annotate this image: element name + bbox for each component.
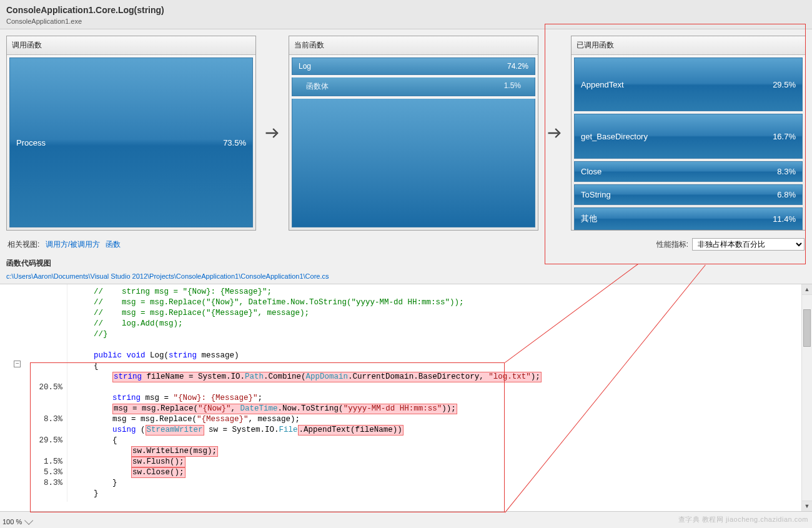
caller-process[interactable]: Process 73.5% [9, 57, 253, 227]
current-body-row[interactable]: 函数体 1.5% [292, 77, 535, 96]
current-log-pct: 74.2% [507, 62, 528, 71]
current-body-name: 函数体 [306, 81, 329, 92]
source-file-path[interactable]: c:\Users\Aaron\Documents\Visual Studio 2… [0, 271, 812, 284]
called-pct: 8.3% [777, 167, 796, 176]
perf-metric-select[interactable]: 非独占样本数百分比 [692, 238, 805, 251]
line-pct-l16: 1.5% [35, 457, 62, 467]
related-views-label: 相关视图: [7, 240, 39, 249]
called-pct: 11.4% [773, 214, 796, 224]
watermark: 查字典 教程网 jiaocheng.chazidian.com [678, 515, 808, 524]
view-bar: 相关视图: 调用方/被调用方 函数 性能指标: 非独占样本数百分比 [0, 236, 812, 256]
line-pct-l12: 8.3% [35, 414, 62, 425]
called-name: get_BaseDirectory [581, 132, 648, 141]
current-function-panel: 当前函数 Log 74.2% 函数体 1.5% [289, 36, 538, 231]
function-signature-title: ConsoleApplication1.Core.Log(string) [6, 5, 806, 15]
called-其他[interactable]: 其他11.4% [574, 207, 803, 230]
called-name: ToString [581, 190, 611, 199]
called-pct: 16.7% [773, 132, 796, 141]
scroll-up-arrow[interactable]: ▲ [802, 284, 812, 295]
current-rest [292, 99, 535, 227]
called-get_BaseDirectory[interactable]: get_BaseDirectory16.7% [574, 114, 803, 159]
header: ConsoleApplication1.Core.Log(string) Con… [0, 0, 812, 29]
called-pct: 6.8% [777, 190, 796, 199]
vertical-scrollbar[interactable]: ▲ ▼ [801, 284, 812, 511]
line-pct-l9: 20.5% [35, 382, 62, 393]
current-log-name: Log [299, 62, 311, 71]
zoom-value: 100 % [2, 518, 22, 526]
called-name: 其他 [581, 213, 597, 224]
called-name: AppendText [581, 80, 624, 89]
calling-functions-panel: 调用函数 Process 73.5% [6, 36, 256, 231]
code-content[interactable]: − 20.5% 8.3% 29.5% 1.5% 5.3% 8.3% // str… [0, 284, 812, 502]
called-functions-panel: 已调用函数 AppendText29.5%get_BaseDirectory16… [571, 36, 806, 231]
code-viewer: − 20.5% 8.3% 29.5% 1.5% 5.3% 8.3% // str… [0, 284, 812, 512]
line-pct-l17: 5.3% [35, 467, 62, 478]
called-pct: 29.5% [773, 80, 796, 89]
current-log-row[interactable]: Log 74.2% [292, 57, 535, 75]
called-name: Close [581, 167, 602, 176]
link-caller-callee[interactable]: 调用方/被调用方 [46, 240, 100, 249]
arrow-icon [261, 36, 284, 231]
perf-metric-label: 性能指标: [656, 239, 688, 250]
scroll-thumb[interactable] [803, 309, 811, 347]
caller-name: Process [16, 138, 46, 147]
zoom-control[interactable]: 100 % [2, 518, 31, 526]
called-ToString[interactable]: ToString6.8% [574, 184, 803, 205]
call-tree-columns: 调用函数 Process 73.5% 当前函数 Log 74.2% 函数体 1.… [0, 29, 812, 236]
link-functions[interactable]: 函数 [106, 240, 121, 249]
line-pct-l18: 8.3% [35, 478, 62, 489]
collapse-toggle[interactable]: − [14, 361, 21, 367]
current-function-title: 当前函数 [289, 36, 538, 55]
caller-pct: 73.5% [223, 138, 246, 147]
current-body-pct: 1.5% [504, 81, 521, 92]
called-functions-title: 已调用函数 [572, 36, 805, 55]
line-pct-l14: 29.5% [35, 436, 62, 446]
arrow-icon [543, 36, 566, 231]
calling-functions-title: 调用函数 [7, 36, 255, 55]
code-view-title: 函数代码视图 [0, 256, 812, 271]
chevron-down-icon[interactable] [24, 516, 33, 525]
called-Close[interactable]: Close8.3% [574, 161, 803, 182]
scroll-down-arrow[interactable]: ▼ [802, 501, 812, 511]
gutter: − 20.5% 8.3% 29.5% 1.5% 5.3% 8.3% [0, 284, 67, 502]
executable-name: ConsoleApplication1.exe [6, 17, 806, 25]
called-AppendText[interactable]: AppendText29.5% [574, 57, 803, 111]
